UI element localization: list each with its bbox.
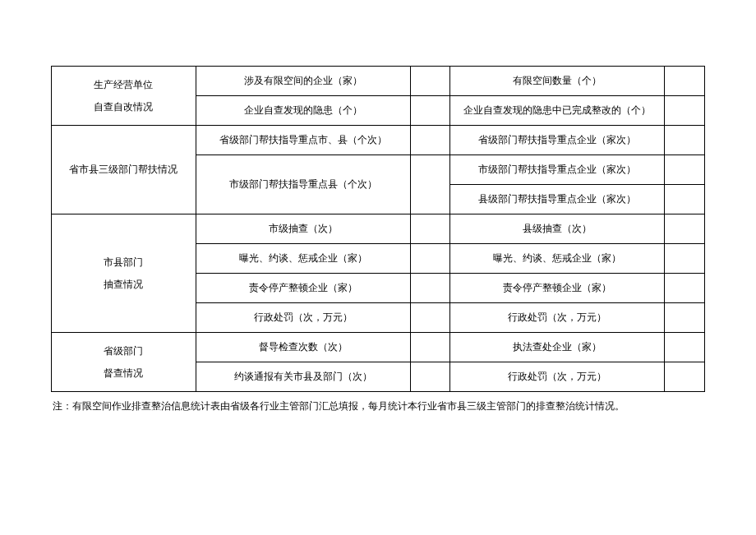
- label-cell: 有限空间数量（个）: [450, 67, 665, 96]
- value-cell: [665, 96, 705, 126]
- label-cell: 市级抽查（次）: [196, 214, 410, 244]
- table-row: 生产经营单位 自查自改情况 涉及有限空间的企业（家） 有限空间数量（个）: [52, 67, 705, 96]
- label-cell: 责令停产整顿企业（家）: [450, 274, 665, 303]
- value-cell: [665, 274, 705, 303]
- value-cell: [410, 214, 450, 244]
- table-row: 省级部门 督查情况 督导检查次数（次） 执法查处企业（家）: [52, 333, 705, 362]
- label-cell: 曝光、约谈、惩戒企业（家）: [196, 244, 410, 274]
- label-cell: 行政处罚（次，万元）: [196, 303, 410, 333]
- label-cell: 涉及有限空间的企业（家）: [196, 67, 410, 96]
- label-cell: 市级部门帮扶指导重点县（个次）: [196, 155, 410, 214]
- label-cell: 企业自查发现的隐患中已完成整改的（个）: [450, 96, 665, 126]
- value-cell: [665, 244, 705, 274]
- value-cell: [410, 303, 450, 333]
- value-cell: [665, 67, 705, 96]
- label-cell: 约谈通报有关市县及部门（次）: [196, 362, 410, 392]
- label-cell: 行政处罚（次，万元）: [450, 303, 665, 333]
- value-cell: [665, 333, 705, 362]
- label-cell: 督导检查次数（次）: [196, 333, 410, 362]
- value-cell: [410, 333, 450, 362]
- category-cell: 省市县三级部门帮扶情况: [52, 126, 196, 214]
- table-row: 省市县三级部门帮扶情况 省级部门帮扶指导重点市、县（个次） 省级部门帮扶指导重点…: [52, 126, 705, 155]
- value-cell: [410, 274, 450, 303]
- value-cell: [410, 362, 450, 392]
- value-cell: [665, 303, 705, 333]
- value-cell: [410, 155, 450, 214]
- category-cell: 省级部门 督查情况: [52, 333, 196, 392]
- value-cell: [410, 96, 450, 126]
- value-cell: [410, 126, 450, 155]
- label-cell: 曝光、约谈、惩戒企业（家）: [450, 244, 665, 274]
- category-cell: 市县部门 抽查情况: [52, 214, 196, 333]
- label-cell: 责令停产整顿企业（家）: [196, 274, 410, 303]
- value-cell: [410, 244, 450, 274]
- value-cell: [665, 362, 705, 392]
- label-cell: 省级部门帮扶指导重点企业（家次）: [450, 126, 665, 155]
- value-cell: [410, 67, 450, 96]
- label-cell: 县级抽查（次）: [450, 214, 665, 244]
- label-cell: 省级部门帮扶指导重点市、县（个次）: [196, 126, 410, 155]
- value-cell: [665, 126, 705, 155]
- value-cell: [665, 214, 705, 244]
- statistics-table: 生产经营单位 自查自改情况 涉及有限空间的企业（家） 有限空间数量（个） 企业自…: [51, 66, 705, 392]
- label-cell: 企业自查发现的隐患（个）: [196, 96, 410, 126]
- label-cell: 县级部门帮扶指导重点企业（家次）: [450, 185, 665, 214]
- label-cell: 执法查处企业（家）: [450, 333, 665, 362]
- category-cell: 生产经营单位 自查自改情况: [52, 67, 196, 126]
- table-row: 市县部门 抽查情况 市级抽查（次） 县级抽查（次）: [52, 214, 705, 244]
- value-cell: [665, 155, 705, 185]
- value-cell: [665, 185, 705, 214]
- label-cell: 行政处罚（次，万元）: [450, 362, 665, 392]
- label-cell: 市级部门帮扶指导重点企业（家次）: [450, 155, 665, 185]
- footnote: 注：有限空间作业排查整治信息统计表由省级各行业主管部门汇总填报，每月统计本行业省…: [51, 399, 705, 414]
